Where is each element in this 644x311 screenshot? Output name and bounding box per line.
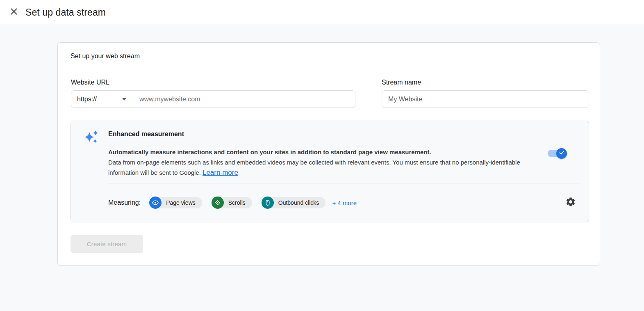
- protocol-select[interactable]: https://: [71, 91, 133, 107]
- stream-name-input[interactable]: [382, 90, 589, 108]
- enhanced-measurement-title: Enhanced measurement: [108, 130, 184, 138]
- enhanced-measurement-toggle[interactable]: [548, 150, 566, 157]
- card-title: Set up your web stream: [58, 43, 600, 70]
- setup-data-stream-page: Set up data stream Set up your web strea…: [0, 0, 644, 311]
- measuring-label: Measuring:: [108, 199, 141, 206]
- mouse-icon: [262, 197, 274, 209]
- panel-divider: [108, 183, 579, 183]
- description-body: Data from on-page elements such as links…: [108, 159, 520, 176]
- enhanced-measurement-description: Automatically measure interactions and c…: [108, 147, 543, 178]
- chip-label: Scrolls: [228, 199, 246, 206]
- chip-scrolls[interactable]: Scrolls: [212, 197, 252, 208]
- measurement-settings-button[interactable]: [562, 194, 579, 211]
- learn-more-link[interactable]: Learn more: [203, 169, 238, 176]
- more-measurements-link[interactable]: + 4 more: [332, 199, 357, 206]
- website-url-group: https://: [71, 90, 355, 108]
- toggle-thumb: [556, 148, 567, 159]
- enhanced-measurement-panel: Enhanced measurement Automatically measu…: [71, 121, 589, 222]
- web-stream-card: Set up your web stream Website URL Strea…: [57, 42, 600, 266]
- check-icon: [558, 149, 565, 158]
- create-stream-button[interactable]: Create stream: [71, 235, 143, 253]
- chip-label: Outbound clicks: [278, 199, 319, 206]
- close-button[interactable]: [6, 4, 22, 21]
- close-icon: [9, 7, 18, 18]
- gear-icon: [565, 197, 576, 209]
- website-url-label: Website URL: [71, 79, 109, 86]
- eye-icon: [149, 197, 162, 209]
- scroll-icon: [212, 197, 224, 209]
- page-title: Set up data stream: [25, 7, 106, 18]
- protocol-selected-value: https://: [77, 96, 97, 103]
- sparkle-icon: [84, 129, 100, 145]
- chip-outbound-clicks[interactable]: Outbound clicks: [262, 197, 326, 208]
- stream-name-label: Stream name: [382, 79, 421, 86]
- chip-label: Page views: [166, 199, 196, 206]
- chevron-down-icon: [122, 98, 126, 101]
- website-url-input[interactable]: [133, 91, 355, 107]
- chip-page-views[interactable]: Page views: [150, 197, 202, 208]
- description-bold-line: Automatically measure interactions and c…: [108, 147, 543, 157]
- top-bar: Set up data stream: [0, 0, 644, 25]
- measuring-row: Measuring: Page views: [108, 190, 579, 215]
